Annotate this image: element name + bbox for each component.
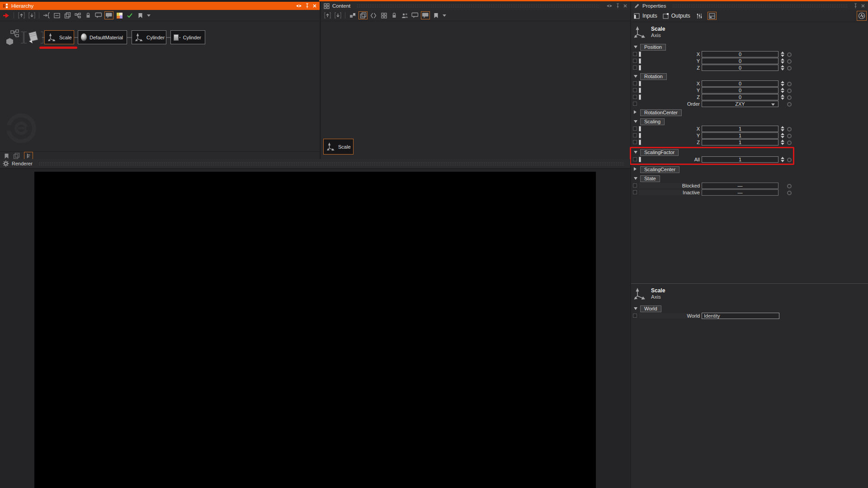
node-cylinder-axis[interactable]: Cylinder xyxy=(132,30,166,44)
value-field[interactable]: — xyxy=(702,183,778,189)
animate-checkbox[interactable] xyxy=(633,183,637,188)
move-down-icon[interactable] xyxy=(333,11,342,19)
collapse-box-icon[interactable] xyxy=(52,11,61,19)
insert-link-icon[interactable] xyxy=(42,11,51,19)
value-slider[interactable] xyxy=(639,58,641,64)
binding-ring-icon[interactable] xyxy=(787,158,792,162)
animate-checkbox[interactable] xyxy=(633,133,637,137)
section-label[interactable]: Scaling xyxy=(640,118,665,125)
value-slider[interactable] xyxy=(639,157,641,162)
spinner-control[interactable] xyxy=(781,81,785,86)
chevron-down-icon[interactable] xyxy=(634,151,637,154)
animate-checkbox[interactable] xyxy=(633,190,637,194)
content-node-scale[interactable]: Scale xyxy=(323,139,354,155)
value-slider[interactable] xyxy=(639,88,641,93)
value-field[interactable]: 1 xyxy=(702,132,778,139)
validate-check-icon[interactable] xyxy=(125,11,134,19)
world-value-field[interactable]: Identity xyxy=(702,313,779,319)
bookmark-icon[interactable] xyxy=(136,11,145,19)
spinner-control[interactable] xyxy=(781,52,785,57)
animate-checkbox[interactable] xyxy=(633,95,637,99)
order-dropdown[interactable]: ZXY xyxy=(702,101,778,107)
binding-ring-icon[interactable] xyxy=(787,127,792,131)
spinner-control[interactable] xyxy=(781,140,785,145)
animate-checkbox[interactable] xyxy=(633,102,637,106)
eye-icon[interactable] xyxy=(606,4,613,8)
comment-icon[interactable] xyxy=(410,11,420,19)
binding-ring-icon[interactable] xyxy=(787,89,792,93)
section-label[interactable]: State xyxy=(640,175,660,182)
animation-icon[interactable] xyxy=(857,11,867,21)
value-field[interactable]: 0 xyxy=(702,65,778,71)
binding-ring-icon[interactable] xyxy=(787,52,792,57)
grid-icon[interactable] xyxy=(379,11,388,19)
comment-filled-icon[interactable] xyxy=(421,11,430,19)
node-scale[interactable]: Scale xyxy=(44,30,74,44)
bookmark-icon[interactable] xyxy=(431,11,440,19)
pin-icon[interactable] xyxy=(305,3,309,9)
geometry-import-icon[interactable] xyxy=(26,28,41,46)
value-field[interactable]: 1 xyxy=(702,139,778,145)
value-slider[interactable] xyxy=(639,65,641,70)
columns-icon[interactable] xyxy=(695,12,704,20)
binding-ring-icon[interactable] xyxy=(787,184,792,188)
close-icon[interactable] xyxy=(623,4,627,8)
binding-ring-icon[interactable] xyxy=(787,95,792,100)
content-titlebar[interactable]: Content xyxy=(321,2,630,10)
content-canvas[interactable]: Scale xyxy=(321,21,630,160)
animate-checkbox[interactable] xyxy=(633,52,637,56)
animate-checkbox[interactable] xyxy=(633,66,637,70)
favorite-node-icon[interactable] xyxy=(348,11,357,19)
tab-outputs[interactable]: Outputs xyxy=(662,12,691,19)
value-field[interactable]: 0 xyxy=(702,51,778,57)
value-slider[interactable] xyxy=(639,140,641,145)
spinner-control[interactable] xyxy=(781,94,785,100)
palette-icon[interactable] xyxy=(115,11,124,19)
binding-ring-icon[interactable] xyxy=(787,134,792,138)
section-label[interactable]: Position xyxy=(640,44,666,51)
animate-checkbox[interactable] xyxy=(633,59,637,63)
eye-icon[interactable] xyxy=(296,4,302,8)
binding-ring-icon[interactable] xyxy=(787,59,792,64)
chevron-right-icon[interactable] xyxy=(634,167,637,171)
render-viewport[interactable] xyxy=(34,172,596,488)
value-field[interactable]: 1 xyxy=(702,156,778,163)
spinner-control[interactable] xyxy=(781,58,785,64)
value-field[interactable]: 0 xyxy=(702,94,778,100)
pin-icon[interactable] xyxy=(854,3,858,9)
split-view-icon[interactable] xyxy=(708,12,717,20)
chevron-down-icon[interactable] xyxy=(634,307,637,310)
chevron-down-icon[interactable] xyxy=(634,120,637,123)
jump-to-node-icon[interactable] xyxy=(2,11,11,19)
properties-titlebar[interactable]: Properties xyxy=(631,2,868,10)
chevron-down-icon[interactable] xyxy=(634,75,637,78)
hierarchy-canvas[interactable]: Scale DefaultMaterial Cylinder Cylinder xyxy=(0,21,320,151)
caret-down-icon[interactable] xyxy=(442,11,447,19)
comment-icon[interactable] xyxy=(94,11,103,19)
lock-icon[interactable] xyxy=(84,11,93,19)
comment-filled-icon[interactable] xyxy=(104,11,113,19)
section-label[interactable]: ScalingCenter xyxy=(640,166,679,173)
chevron-down-icon[interactable] xyxy=(634,46,637,48)
spinner-control[interactable] xyxy=(781,133,785,138)
subtree-icon[interactable] xyxy=(73,11,82,19)
section-label[interactable]: Rotation xyxy=(640,73,667,80)
value-field[interactable]: 0 xyxy=(702,80,778,87)
value-slider[interactable] xyxy=(639,126,641,131)
spinner-control[interactable] xyxy=(781,157,785,162)
close-icon[interactable] xyxy=(861,4,865,8)
binding-ring-icon[interactable] xyxy=(787,141,792,145)
value-field[interactable]: — xyxy=(702,189,778,196)
animate-checkbox[interactable] xyxy=(633,314,637,318)
renderer-titlebar[interactable]: Renderer xyxy=(0,159,630,169)
scene-root-icon[interactable] xyxy=(5,29,20,47)
chevron-right-icon[interactable] xyxy=(634,110,637,114)
spinner-control[interactable] xyxy=(781,65,785,70)
section-label[interactable]: ScalingFactor xyxy=(640,149,679,156)
layers-icon[interactable] xyxy=(13,153,20,159)
animate-checkbox[interactable] xyxy=(633,81,637,85)
animate-checkbox[interactable] xyxy=(633,127,637,131)
binding-ring-icon[interactable] xyxy=(787,191,792,195)
chevron-down-icon[interactable] xyxy=(634,177,637,180)
value-field[interactable]: 1 xyxy=(702,126,778,132)
